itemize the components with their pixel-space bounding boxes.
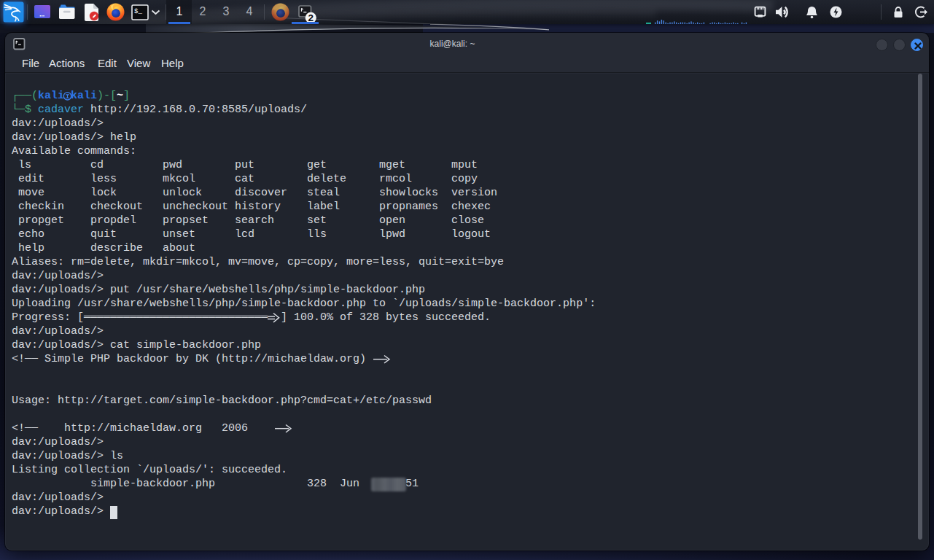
svg-text:$_: $_ [134,8,142,15]
